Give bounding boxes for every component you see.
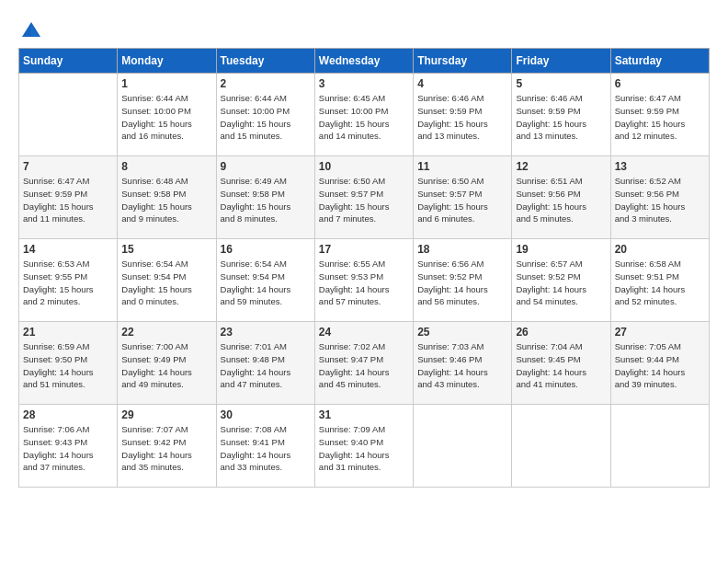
day-cell: 28Sunrise: 7:06 AM Sunset: 9:43 PM Dayli… (19, 405, 118, 488)
header-cell-friday: Friday (512, 49, 610, 74)
day-cell: 18Sunrise: 6:56 AM Sunset: 9:52 PM Dayli… (414, 239, 512, 322)
day-cell: 26Sunrise: 7:04 AM Sunset: 9:45 PM Dayli… (512, 322, 610, 405)
day-info: Sunrise: 6:49 AM Sunset: 9:58 PM Dayligh… (221, 175, 311, 225)
day-cell (19, 74, 118, 156)
day-cell: 5Sunrise: 6:46 AM Sunset: 9:59 PM Daylig… (512, 74, 610, 156)
day-cell (512, 405, 610, 488)
day-cell: 3Sunrise: 6:45 AM Sunset: 10:00 PM Dayli… (314, 74, 413, 156)
day-number: 4 (417, 77, 507, 90)
day-info: Sunrise: 6:46 AM Sunset: 9:59 PM Dayligh… (417, 92, 507, 143)
day-info: Sunrise: 6:50 AM Sunset: 9:57 PM Dayligh… (417, 175, 507, 225)
day-cell: 2Sunrise: 6:44 AM Sunset: 10:00 PM Dayli… (216, 74, 314, 156)
day-cell: 24Sunrise: 7:02 AM Sunset: 9:47 PM Dayli… (314, 322, 413, 405)
day-info: Sunrise: 6:44 AM Sunset: 10:00 PM Daylig… (121, 92, 211, 143)
day-cell: 30Sunrise: 7:08 AM Sunset: 9:41 PM Dayli… (216, 405, 314, 488)
day-cell: 6Sunrise: 6:47 AM Sunset: 9:59 PM Daylig… (610, 74, 709, 156)
day-number: 28 (23, 408, 113, 421)
day-number: 29 (121, 408, 211, 421)
day-cell: 23Sunrise: 7:01 AM Sunset: 9:48 PM Dayli… (216, 322, 314, 405)
day-info: Sunrise: 7:09 AM Sunset: 9:40 PM Dayligh… (319, 423, 409, 474)
header-cell-tuesday: Tuesday (216, 49, 314, 74)
day-number: 2 (221, 77, 311, 90)
day-number: 6 (615, 77, 705, 90)
day-cell: 1Sunrise: 6:44 AM Sunset: 10:00 PM Dayli… (118, 74, 216, 156)
day-info: Sunrise: 6:48 AM Sunset: 9:58 PM Dayligh… (121, 175, 211, 225)
day-number: 31 (319, 408, 409, 421)
day-info: Sunrise: 6:54 AM Sunset: 9:54 PM Dayligh… (121, 258, 211, 308)
day-number: 5 (516, 77, 606, 90)
day-number: 22 (121, 326, 211, 339)
day-number: 11 (417, 160, 507, 173)
day-cell: 22Sunrise: 7:00 AM Sunset: 9:49 PM Dayli… (118, 322, 216, 405)
day-cell: 21Sunrise: 6:59 AM Sunset: 9:50 PM Dayli… (19, 322, 118, 405)
day-number: 18 (417, 243, 507, 256)
day-cell: 27Sunrise: 7:05 AM Sunset: 9:44 PM Dayli… (610, 322, 709, 405)
week-row-5: 28Sunrise: 7:06 AM Sunset: 9:43 PM Dayli… (19, 405, 710, 488)
day-info: Sunrise: 6:55 AM Sunset: 9:53 PM Dayligh… (319, 258, 409, 308)
day-info: Sunrise: 6:52 AM Sunset: 9:56 PM Dayligh… (615, 175, 705, 225)
logo-icon (18, 18, 44, 44)
day-info: Sunrise: 6:56 AM Sunset: 9:52 PM Dayligh… (417, 258, 507, 308)
day-cell (610, 405, 709, 488)
day-cell: 17Sunrise: 6:55 AM Sunset: 9:53 PM Dayli… (314, 239, 413, 322)
day-number: 9 (221, 160, 311, 173)
day-info: Sunrise: 6:53 AM Sunset: 9:55 PM Dayligh… (23, 258, 113, 308)
day-cell: 14Sunrise: 6:53 AM Sunset: 9:55 PM Dayli… (19, 239, 118, 322)
day-number: 23 (221, 326, 311, 339)
day-number: 16 (221, 243, 311, 256)
day-info: Sunrise: 6:47 AM Sunset: 9:59 PM Dayligh… (23, 175, 113, 225)
day-cell: 13Sunrise: 6:52 AM Sunset: 9:56 PM Dayli… (610, 156, 709, 239)
day-info: Sunrise: 6:59 AM Sunset: 9:50 PM Dayligh… (23, 340, 113, 391)
day-info: Sunrise: 7:00 AM Sunset: 9:49 PM Dayligh… (121, 340, 211, 391)
day-cell: 8Sunrise: 6:48 AM Sunset: 9:58 PM Daylig… (118, 156, 216, 239)
week-row-4: 21Sunrise: 6:59 AM Sunset: 9:50 PM Dayli… (19, 322, 710, 405)
header-cell-saturday: Saturday (610, 49, 709, 74)
logo (18, 18, 48, 44)
day-number: 3 (319, 77, 409, 90)
day-info: Sunrise: 7:05 AM Sunset: 9:44 PM Dayligh… (615, 340, 705, 391)
day-number: 10 (319, 160, 409, 173)
day-info: Sunrise: 7:01 AM Sunset: 9:48 PM Dayligh… (221, 340, 311, 391)
day-number: 17 (319, 243, 409, 256)
header-cell-sunday: Sunday (19, 49, 118, 74)
day-info: Sunrise: 7:02 AM Sunset: 9:47 PM Dayligh… (319, 340, 409, 391)
day-info: Sunrise: 6:51 AM Sunset: 9:56 PM Dayligh… (516, 175, 606, 225)
week-row-1: 1Sunrise: 6:44 AM Sunset: 10:00 PM Dayli… (19, 74, 710, 156)
calendar-body: 1Sunrise: 6:44 AM Sunset: 10:00 PM Dayli… (19, 74, 710, 488)
day-number: 1 (121, 77, 211, 90)
day-number: 30 (221, 408, 311, 421)
calendar-header: SundayMondayTuesdayWednesdayThursdayFrid… (19, 49, 710, 74)
week-row-2: 7Sunrise: 6:47 AM Sunset: 9:59 PM Daylig… (19, 156, 710, 239)
day-info: Sunrise: 6:44 AM Sunset: 10:00 PM Daylig… (221, 92, 311, 143)
day-cell: 25Sunrise: 7:03 AM Sunset: 9:46 PM Dayli… (414, 322, 512, 405)
day-number: 15 (121, 243, 211, 256)
day-info: Sunrise: 6:57 AM Sunset: 9:52 PM Dayligh… (516, 258, 606, 308)
day-cell: 11Sunrise: 6:50 AM Sunset: 9:57 PM Dayli… (414, 156, 512, 239)
day-info: Sunrise: 7:06 AM Sunset: 9:43 PM Dayligh… (23, 423, 113, 474)
day-cell: 12Sunrise: 6:51 AM Sunset: 9:56 PM Dayli… (512, 156, 610, 239)
day-number: 25 (417, 326, 507, 339)
day-info: Sunrise: 6:58 AM Sunset: 9:51 PM Dayligh… (615, 258, 705, 308)
day-number: 20 (615, 243, 705, 256)
day-number: 13 (615, 160, 705, 173)
day-cell: 10Sunrise: 6:50 AM Sunset: 9:57 PM Dayli… (314, 156, 413, 239)
day-number: 19 (516, 243, 606, 256)
day-info: Sunrise: 6:46 AM Sunset: 9:59 PM Dayligh… (516, 92, 606, 143)
header-cell-thursday: Thursday (414, 49, 512, 74)
day-number: 24 (319, 326, 409, 339)
day-cell: 7Sunrise: 6:47 AM Sunset: 9:59 PM Daylig… (19, 156, 118, 239)
day-number: 14 (23, 243, 113, 256)
day-cell: 15Sunrise: 6:54 AM Sunset: 9:54 PM Dayli… (118, 239, 216, 322)
header-row: SundayMondayTuesdayWednesdayThursdayFrid… (19, 49, 710, 74)
week-row-3: 14Sunrise: 6:53 AM Sunset: 9:55 PM Dayli… (19, 239, 710, 322)
day-info: Sunrise: 7:08 AM Sunset: 9:41 PM Dayligh… (221, 423, 311, 474)
header-cell-wednesday: Wednesday (314, 49, 413, 74)
day-cell: 16Sunrise: 6:54 AM Sunset: 9:54 PM Dayli… (216, 239, 314, 322)
day-info: Sunrise: 7:04 AM Sunset: 9:45 PM Dayligh… (516, 340, 606, 391)
day-info: Sunrise: 6:45 AM Sunset: 10:00 PM Daylig… (319, 92, 409, 143)
day-cell: 29Sunrise: 7:07 AM Sunset: 9:42 PM Dayli… (118, 405, 216, 488)
day-number: 7 (23, 160, 113, 173)
day-cell (414, 405, 512, 488)
day-number: 26 (516, 326, 606, 339)
day-info: Sunrise: 6:47 AM Sunset: 9:59 PM Dayligh… (615, 92, 705, 143)
